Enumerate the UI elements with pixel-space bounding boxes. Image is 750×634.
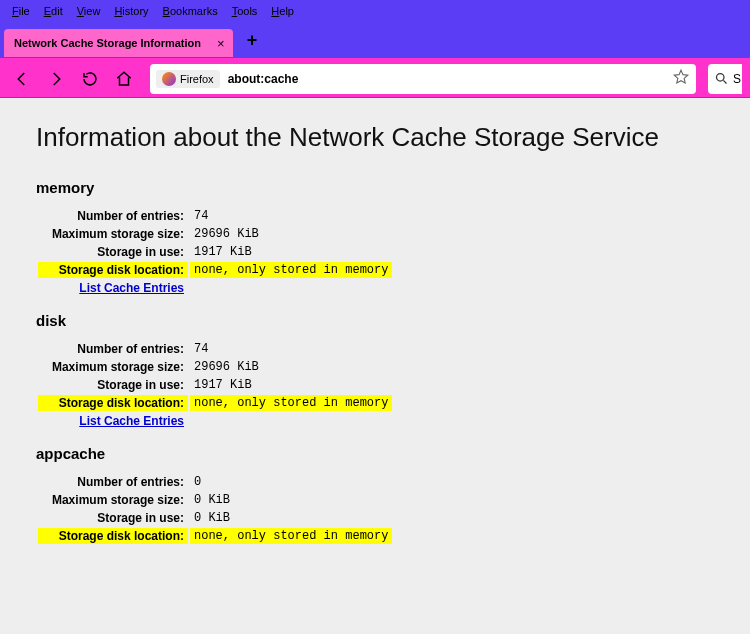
field-row: Number of entries:0	[38, 474, 392, 490]
field-value: 1917 KiB	[190, 244, 392, 260]
field-row: Storage disk location:none, only stored …	[38, 395, 392, 411]
field-value: 0	[190, 474, 392, 490]
menu-bar: FileEditViewHistoryBookmarksToolsHelp	[0, 0, 750, 22]
menu-bookmarks[interactable]: Bookmarks	[157, 3, 224, 19]
search-placeholder: S	[733, 72, 741, 86]
menu-history[interactable]: History	[108, 3, 154, 19]
field-label: Storage disk location:	[38, 528, 188, 544]
menu-file[interactable]: File	[6, 3, 36, 19]
field-value: 0 KiB	[190, 492, 392, 508]
field-value: none, only stored in memory	[190, 395, 392, 411]
field-value: 74	[190, 341, 392, 357]
field-label: Storage in use:	[38, 244, 188, 260]
svg-point-0	[717, 74, 725, 82]
field-value: none, only stored in memory	[190, 528, 392, 544]
reload-button[interactable]	[76, 65, 104, 93]
section-table-appcache: Number of entries:0Maximum storage size:…	[36, 472, 394, 546]
forward-button[interactable]	[42, 65, 70, 93]
list-cache-entries-link[interactable]: List Cache Entries	[79, 414, 184, 428]
menu-help[interactable]: Help	[265, 3, 300, 19]
field-row: Number of entries:74	[38, 208, 392, 224]
field-row: Storage disk location:none, only stored …	[38, 262, 392, 278]
field-row: Storage disk location:none, only stored …	[38, 528, 392, 544]
tab-title: Network Cache Storage Information	[14, 37, 201, 49]
browser-tab[interactable]: Network Cache Storage Information ×	[4, 29, 233, 57]
field-value: 74	[190, 208, 392, 224]
url-text: about:cache	[228, 72, 672, 86]
field-value: 1917 KiB	[190, 377, 392, 393]
field-row: Storage in use:1917 KiB	[38, 244, 392, 260]
field-label: Storage disk location:	[38, 262, 188, 278]
tab-strip: Network Cache Storage Information × +	[0, 22, 750, 60]
page-title: Information about the Network Cache Stor…	[36, 122, 714, 153]
identity-badge[interactable]: Firefox	[156, 70, 220, 88]
menu-tools[interactable]: Tools	[226, 3, 264, 19]
page-content: Information about the Network Cache Stor…	[0, 98, 750, 634]
field-row: Storage in use:1917 KiB	[38, 377, 392, 393]
section-table-disk: Number of entries:74Maximum storage size…	[36, 339, 394, 431]
menu-edit[interactable]: Edit	[38, 3, 69, 19]
field-label: Storage in use:	[38, 377, 188, 393]
field-row: Storage in use:0 KiB	[38, 510, 392, 526]
field-row: Maximum storage size:0 KiB	[38, 492, 392, 508]
section-heading-memory: memory	[36, 179, 714, 196]
back-button[interactable]	[8, 65, 36, 93]
field-label: Storage in use:	[38, 510, 188, 526]
search-icon	[714, 71, 729, 86]
list-cache-entries-link[interactable]: List Cache Entries	[79, 281, 184, 295]
field-value: 29696 KiB	[190, 359, 392, 375]
toolbar: Firefox about:cache S	[0, 60, 750, 98]
field-label: Maximum storage size:	[38, 359, 188, 375]
field-label: Maximum storage size:	[38, 492, 188, 508]
field-row: Maximum storage size:29696 KiB	[38, 226, 392, 242]
field-label: Storage disk location:	[38, 395, 188, 411]
firefox-icon	[162, 72, 176, 86]
field-value: 0 KiB	[190, 510, 392, 526]
section-heading-disk: disk	[36, 312, 714, 329]
identity-label: Firefox	[180, 73, 214, 85]
bookmark-star-icon[interactable]	[672, 68, 690, 90]
section-table-memory: Number of entries:74Maximum storage size…	[36, 206, 394, 298]
menu-view[interactable]: View	[71, 3, 107, 19]
field-row: Number of entries:74	[38, 341, 392, 357]
field-value: 29696 KiB	[190, 226, 392, 242]
field-label: Number of entries:	[38, 208, 188, 224]
field-row: Maximum storage size:29696 KiB	[38, 359, 392, 375]
close-icon[interactable]: ×	[217, 36, 225, 51]
home-button[interactable]	[110, 65, 138, 93]
field-value: none, only stored in memory	[190, 262, 392, 278]
new-tab-button[interactable]: +	[247, 30, 258, 51]
search-box[interactable]: S	[708, 64, 742, 94]
field-label: Maximum storage size:	[38, 226, 188, 242]
url-bar[interactable]: Firefox about:cache	[150, 64, 696, 94]
link-row: List Cache Entries	[38, 280, 392, 296]
field-label: Number of entries:	[38, 474, 188, 490]
field-label: Number of entries:	[38, 341, 188, 357]
link-row: List Cache Entries	[38, 413, 392, 429]
section-heading-appcache: appcache	[36, 445, 714, 462]
